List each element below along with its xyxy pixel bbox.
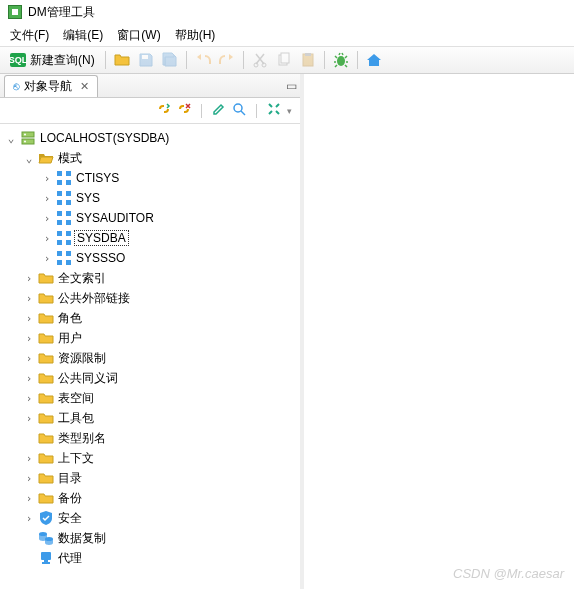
svg-rect-15: [57, 180, 62, 185]
tree-folder-3[interactable]: › 用户: [2, 328, 298, 348]
expand-icon[interactable]: ›: [40, 192, 54, 205]
unlink-icon[interactable]: [177, 102, 191, 119]
app-icon: [8, 5, 22, 19]
collapse-all-icon[interactable]: [267, 102, 281, 119]
tree-folder-11[interactable]: › 备份: [2, 488, 298, 508]
menu-help[interactable]: 帮助(H): [175, 27, 216, 44]
svg-rect-6: [305, 53, 311, 56]
expand-icon[interactable]: ›: [40, 172, 54, 185]
svg-rect-32: [66, 260, 71, 265]
content-area: ⎋ 对象导航 ✕ ▭ ▾ ⌄: [0, 74, 574, 589]
tree-folder-5[interactable]: › 公共同义词: [2, 368, 298, 388]
svg-rect-9: [22, 132, 34, 137]
svg-rect-30: [66, 251, 71, 256]
tree-root-server[interactable]: ⌄ LOCALHOST(SYSDBA): [2, 128, 298, 148]
paste-button[interactable]: [298, 50, 318, 70]
new-query-button[interactable]: SQL 新建查询(N): [6, 52, 99, 69]
tree-agent[interactable]: 代理: [2, 548, 298, 568]
expand-icon[interactable]: ⌄: [4, 132, 18, 145]
expand-icon[interactable]: ›: [22, 272, 36, 285]
tree-folder-8[interactable]: 类型别名: [2, 428, 298, 448]
expand-icon[interactable]: ›: [22, 492, 36, 505]
tree-label: 工具包: [56, 410, 96, 427]
svg-point-11: [24, 134, 26, 136]
redo-button[interactable]: [217, 50, 237, 70]
expand-icon[interactable]: ›: [22, 512, 36, 525]
tree-icon: [38, 470, 54, 486]
svg-rect-13: [57, 171, 62, 176]
svg-rect-18: [66, 191, 71, 196]
tree-icon: [38, 310, 54, 326]
expand-icon[interactable]: ›: [40, 252, 54, 265]
tree-schema-ctisys[interactable]: › CTISYS: [2, 168, 298, 188]
tree-label: SYS: [74, 191, 102, 205]
expand-icon[interactable]: ›: [40, 232, 54, 245]
home-button[interactable]: [364, 50, 384, 70]
undo-button[interactable]: [193, 50, 213, 70]
expand-icon[interactable]: ›: [22, 412, 36, 425]
menu-edit[interactable]: 编辑(E): [63, 27, 103, 44]
watermark: CSDN @Mr.caesar: [453, 566, 564, 581]
object-tree[interactable]: ⌄ LOCALHOST(SYSDBA) ⌄ 模式 › CTISYS › SYS …: [0, 124, 300, 589]
tree-schema-syssso[interactable]: › SYSSSO: [2, 248, 298, 268]
tree-security[interactable]: › 安全: [2, 508, 298, 528]
tree-folder-7[interactable]: › 工具包: [2, 408, 298, 428]
expand-icon[interactable]: ›: [22, 352, 36, 365]
tree-folder-2[interactable]: › 角色: [2, 308, 298, 328]
tree-icon: [38, 450, 54, 466]
cut-button[interactable]: [250, 50, 270, 70]
save-button[interactable]: [136, 50, 156, 70]
object-navigator-tab[interactable]: ⎋ 对象导航 ✕: [4, 75, 98, 97]
tree-folder-10[interactable]: › 目录: [2, 468, 298, 488]
tree-folder-6[interactable]: › 表空间: [2, 388, 298, 408]
tree-label: 全文索引: [56, 270, 108, 287]
edit-icon[interactable]: [212, 102, 226, 119]
tree-icon: [38, 410, 54, 426]
tree-icon: [38, 350, 54, 366]
link-icon[interactable]: [157, 102, 171, 119]
copy-button[interactable]: [274, 50, 294, 70]
tree-schema-sysdba[interactable]: › SYSDBA: [2, 228, 298, 248]
tree-schema-sysauditor[interactable]: › SYSAUDITOR: [2, 208, 298, 228]
menu-file[interactable]: 文件(F): [10, 27, 49, 44]
tree-replication[interactable]: 数据复制: [2, 528, 298, 548]
expand-icon[interactable]: ›: [22, 472, 36, 485]
expand-icon[interactable]: ›: [22, 392, 36, 405]
menu-window[interactable]: 窗口(W): [117, 27, 160, 44]
expand-icon[interactable]: ›: [22, 312, 36, 325]
tree-folder-1[interactable]: › 公共外部链接: [2, 288, 298, 308]
tree-schema-sys[interactable]: › SYS: [2, 188, 298, 208]
tree-folder-9[interactable]: › 上下文: [2, 448, 298, 468]
tree-icon: [56, 230, 72, 246]
tree-schema-folder[interactable]: ⌄ 模式: [2, 148, 298, 168]
tree-folder-4[interactable]: › 资源限制: [2, 348, 298, 368]
save-all-button[interactable]: [160, 50, 180, 70]
tree-label: 用户: [56, 330, 84, 347]
expand-icon[interactable]: ›: [22, 452, 36, 465]
search-icon[interactable]: [232, 102, 246, 119]
panel-title: 对象导航: [24, 78, 72, 95]
new-query-label: 新建查询(N): [30, 52, 95, 69]
svg-rect-0: [142, 55, 148, 59]
dropdown-icon[interactable]: ▾: [287, 106, 292, 116]
svg-rect-16: [66, 180, 71, 185]
minimize-icon[interactable]: ▭: [282, 79, 300, 93]
expand-icon[interactable]: ›: [22, 332, 36, 345]
object-navigator-panel: ⎋ 对象导航 ✕ ▭ ▾ ⌄: [0, 74, 304, 589]
panel-toolbar: ▾: [0, 98, 300, 124]
tree-label: SYSAUDITOR: [74, 211, 156, 225]
tree-icon: [38, 490, 54, 506]
debug-button[interactable]: [331, 50, 351, 70]
tree-label: SYSDBA: [74, 230, 129, 246]
svg-rect-23: [57, 220, 62, 225]
expand-icon[interactable]: ›: [22, 372, 36, 385]
open-folder-button[interactable]: [112, 50, 132, 70]
expand-icon[interactable]: ›: [40, 212, 54, 225]
tree-icon: [38, 270, 54, 286]
svg-point-8: [234, 104, 242, 112]
svg-rect-26: [66, 231, 71, 236]
expand-icon[interactable]: ›: [22, 292, 36, 305]
expand-icon[interactable]: ⌄: [22, 152, 36, 165]
close-icon[interactable]: ✕: [80, 80, 89, 93]
tree-folder-0[interactable]: › 全文索引: [2, 268, 298, 288]
